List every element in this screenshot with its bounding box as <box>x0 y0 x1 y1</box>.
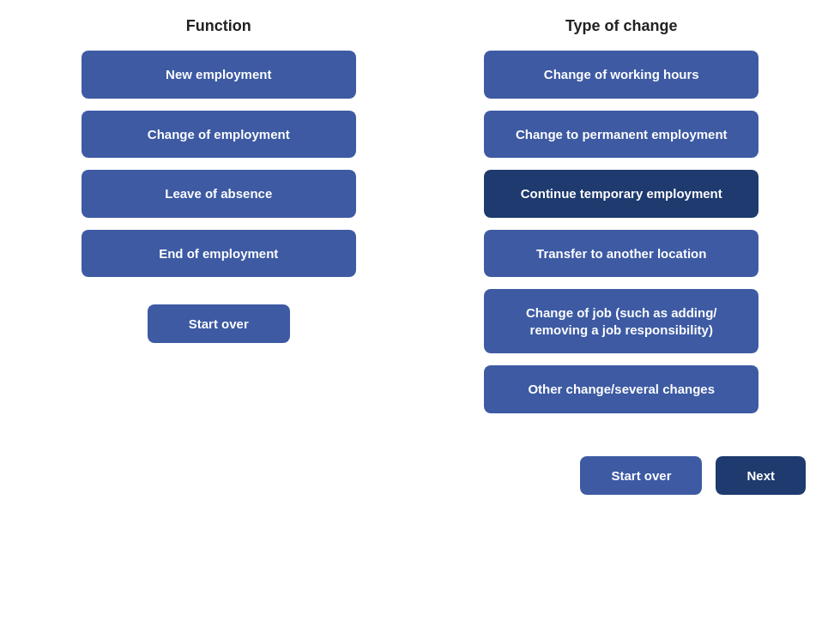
type-of-change-button-group: Change of working hours Change to perman… <box>484 51 758 413</box>
end-of-employment-button[interactable]: End of employment <box>82 230 356 278</box>
next-button[interactable]: Next <box>716 456 806 495</box>
function-column-title: Function <box>186 17 251 35</box>
type-of-change-column-title: Type of change <box>565 17 678 35</box>
new-employment-button[interactable]: New employment <box>82 51 356 99</box>
change-to-permanent-employment-button[interactable]: Change to permanent employment <box>484 111 758 159</box>
continue-temporary-employment-button[interactable]: Continue temporary employment <box>484 170 758 218</box>
function-button-group: New employment Change of employment Leav… <box>82 51 356 277</box>
other-change-button[interactable]: Other change/several changes <box>484 365 758 413</box>
bottom-section: Start over Next <box>0 439 840 512</box>
bottom-start-over-button[interactable]: Start over <box>580 456 702 495</box>
type-of-change-column: Type of change Change of working hours C… <box>438 17 807 413</box>
left-start-over-button[interactable]: Start over <box>148 304 290 343</box>
change-of-job-button[interactable]: Change of job (such as adding/ removing … <box>484 289 758 353</box>
transfer-to-another-location-button[interactable]: Transfer to another location <box>484 230 758 278</box>
change-of-working-hours-button[interactable]: Change of working hours <box>484 51 758 99</box>
function-column: Function New employment Change of employ… <box>34 17 403 413</box>
bottom-actions: Start over Next <box>580 456 806 495</box>
change-of-employment-button[interactable]: Change of employment <box>82 111 356 159</box>
leave-of-absence-button[interactable]: Leave of absence <box>82 170 356 218</box>
